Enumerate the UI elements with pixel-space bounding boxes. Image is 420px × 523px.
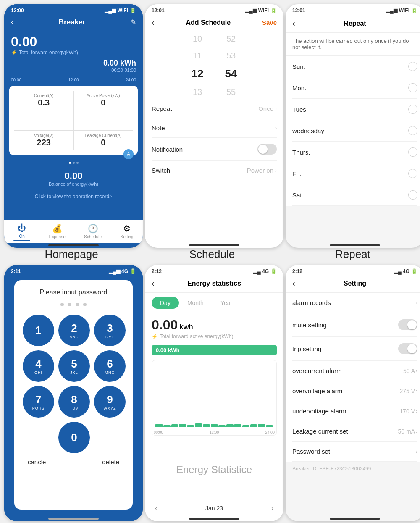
pwd-key-0[interactable]: 0 [58,422,90,453]
sch-time: 12:01 [152,8,165,13]
sch-back-button[interactable]: ‹ [152,18,155,27]
sch-rows: Repeat Once › Note › Notification [145,99,284,180]
rep-back-button[interactable]: ‹ [292,18,295,28]
set-overcurrent-value: 50 A › [403,368,417,374]
pwd-battery: 🔋 [130,268,136,274]
note-chevron-icon: › [275,125,277,131]
eng-nav-date: Jan 23 [205,505,223,512]
pwd-title: Please input password [19,289,128,296]
mute-toggle[interactable] [398,319,417,330]
set-leakage-row[interactable]: Leakage current set 50 mA › [292,421,417,442]
rep-day-tues[interactable]: Tues. [292,99,417,120]
eng-battery: 🔋 [270,268,277,274]
pwd-home-indicator [48,518,99,520]
sch-min-picker[interactable]: 51 52 53 54 55 56 [214,32,248,99]
pwd-delete-button[interactable]: delete [102,458,119,465]
pwd-key-1[interactable]: 1 [23,315,54,346]
eng-tab-month[interactable]: Month [179,297,212,309]
nav-expense[interactable]: 💰 Expense [49,223,66,241]
power-icon: ⏻ [18,223,26,233]
sch-save-button[interactable]: Save [262,19,277,26]
notification-toggle[interactable] [257,144,277,155]
nav-schedule[interactable]: 🕐 Schedule [84,223,102,241]
eng-time: 2:12 [152,268,162,274]
nav-setting[interactable]: ⚙ Setting [121,223,134,241]
pwd-dot-4 [83,303,87,306]
eng-screen-label: Energy Statistice [145,439,284,500]
hp-back-button[interactable]: ‹ [11,18,13,26]
rep-day-wed[interactable]: wednesday [292,120,417,142]
eng-signal: ▂▄ 4G [253,268,269,274]
rep-radio-thurs[interactable] [408,147,417,157]
hp-time: 12:00 [11,8,24,13]
homepage-label: Homepage [4,248,139,261]
set-password-row[interactable]: Password set › [292,442,417,462]
pwd-cancel-button[interactable]: cancle [28,458,46,465]
pwd-key-5[interactable]: 5 JKL [58,350,90,382]
pwd-key-7[interactable]: 7 PQRS [23,386,54,418]
sch-hour-picker[interactable]: 09 10 11 12 13 14 [181,32,214,99]
schedule-label: Schedule [145,248,279,261]
set-overcurrent-row[interactable]: overcurrent alarm 50 A › [292,361,417,381]
trip-toggle[interactable] [398,343,417,354]
sch-switch-row[interactable]: Switch Power on › [152,161,277,180]
set-mute-row[interactable]: mute setting [292,313,417,337]
sch-note-row[interactable]: Note › [152,118,277,138]
pwd-content: Please input password 1 2 [14,280,133,510]
set-back-button[interactable]: ‹ [292,279,295,288]
rep-radio-tues[interactable] [408,105,417,114]
eng-bars [155,368,273,427]
hp-operation-link[interactable]: Click to view the operation record> [4,190,143,202]
pwd-key-2[interactable]: 2 ABC [58,315,90,346]
set-overvoltage-row[interactable]: overvoltage alarm 275 V › [292,381,417,401]
hp-chart-label-2: 24:00 [126,78,136,82]
nav-on[interactable]: ⏻ On [13,223,30,241]
eng-energy-label: ⚡ Total forward active energy(kWh) [152,334,277,339]
eng-prev-button[interactable]: ‹ [155,505,157,512]
pwd-dot-2 [68,303,71,306]
eng-home-indicator [189,518,239,520]
pwd-key-3[interactable]: 3 DEF [94,315,126,346]
hp-chart: 00:00 12:00 24:00 [4,76,143,84]
rep-home-indicator [330,244,380,246]
rep-days-list: Sun. Mon. Tues. wednesday Thurs. [286,56,420,206]
rep-radio-sat[interactable] [408,190,417,200]
rep-radio-mon[interactable] [408,83,417,92]
sch-notification-row[interactable]: Notification [152,138,277,161]
hp-dots [4,158,143,167]
hp-chart-label-0: 00:00 [11,78,21,82]
rep-day-sat[interactable]: Sat. [292,184,417,206]
rep-day-fri[interactable]: Fri. [292,163,417,184]
hp-title: Breaker [59,18,85,26]
switch-chevron-icon: › [275,168,277,173]
rep-radio-wed[interactable] [408,126,417,135]
rep-day-sun[interactable]: Sun. [292,56,417,77]
signal-icon: ▂▄▆ [105,8,116,13]
sch-repeat-row[interactable]: Repeat Once › [152,99,277,118]
set-undervoltage-row[interactable]: undervoltage alarm 170 V › [292,401,417,421]
eng-next-button[interactable]: › [271,505,273,512]
sch-time-picker[interactable]: 09 10 11 12 13 14 51 52 53 54 55 56 [145,32,284,99]
rep-radio-fri[interactable] [408,169,417,178]
pwd-key-6[interactable]: 6 MNO [94,350,126,382]
hp-edit-button[interactable]: ✎ [131,18,136,26]
eng-title: Energy statistics [187,280,241,287]
rep-day-mon[interactable]: Mon. [292,77,417,99]
hp-voltage-metric: Voltage(V) 223 [14,131,74,150]
set-home-indicator [330,518,380,520]
pwd-key-9[interactable]: 9 WXYZ [94,386,126,418]
rep-day-thurs[interactable]: Thurs. [292,142,417,163]
eng-tab-day[interactable]: Day [152,297,179,309]
rep-radio-sun[interactable] [408,62,417,71]
eng-chart-area: 00:00 12:00 24:00 [152,360,277,436]
rep-signal: ▂▄▆ [386,8,397,13]
eng-nav: ‹ Jan 23 › [145,500,284,516]
set-alarm-records-row[interactable]: alarm records › [292,293,417,313]
set-trip-row[interactable]: trip setting [292,337,417,361]
pwd-key-4[interactable]: 4 GHI [23,350,54,382]
eng-tab-year[interactable]: Year [212,297,241,309]
overcurrent-chevron-icon: › [416,368,417,374]
eng-back-button[interactable]: ‹ [152,279,155,288]
homepage-phone: 12:00 ▂▄▆ WiFi 🔋 ‹ Breaker ✎ 0.00 ⚡ Tota… [4,4,143,261]
pwd-key-8[interactable]: 8 TUV [58,386,90,418]
